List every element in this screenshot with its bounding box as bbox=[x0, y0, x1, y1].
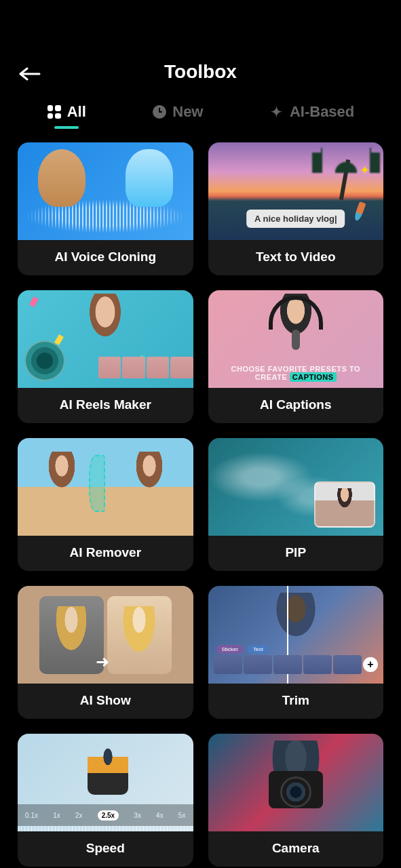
tool-label: PIP bbox=[208, 536, 384, 571]
tab-label: All bbox=[67, 103, 86, 121]
tool-card-ai-show[interactable]: ➜ AI Show bbox=[18, 586, 193, 719]
tool-card-ai-voice-cloning[interactable]: AI Voice Cloning bbox=[18, 142, 193, 275]
tool-grid: AI Voice Cloning ✦ A nice holiday vlog| … bbox=[0, 142, 401, 867]
tool-label: AI Voice Cloning bbox=[18, 240, 193, 275]
tool-card-speed[interactable]: 0.1x 1x 2x 2.5x 3x 4x 5x Speed bbox=[18, 734, 193, 867]
tool-label: Trim bbox=[208, 684, 384, 719]
tool-card-text-to-video[interactable]: ✦ A nice holiday vlog| Text to Video bbox=[208, 142, 384, 275]
tool-card-pip[interactable]: PIP bbox=[208, 438, 384, 571]
tab-label: AI-Based bbox=[290, 103, 354, 121]
tool-label: AI Reels Maker bbox=[18, 388, 193, 423]
tool-card-ai-remover[interactable]: AI Remover bbox=[18, 438, 193, 571]
tool-thumbnail: 0.1x 1x 2x 2.5x 3x 4x 5x bbox=[18, 734, 193, 831]
thumbnail-text: A nice holiday vlog| bbox=[246, 210, 345, 228]
tab-label: New bbox=[172, 103, 203, 121]
tool-label: AI Captions bbox=[208, 388, 384, 423]
back-button[interactable] bbox=[19, 66, 41, 84]
tool-card-trim[interactable]: Sticker Text + Trim bbox=[208, 586, 384, 719]
tool-thumbnail bbox=[208, 438, 384, 536]
tool-label: Text to Video bbox=[208, 240, 384, 275]
thumbnail-text: CHOOSE FAVORITE PRESETS TO CREATE CAPTIO… bbox=[231, 365, 360, 381]
tab-all[interactable]: All bbox=[47, 103, 86, 129]
page-title: Toolbox bbox=[14, 61, 387, 83]
tab-new[interactable]: New bbox=[152, 103, 203, 129]
tool-thumbnail bbox=[208, 734, 384, 831]
grid-icon bbox=[47, 104, 62, 119]
tool-label: Speed bbox=[18, 831, 193, 867]
tool-thumbnail bbox=[18, 142, 193, 240]
tool-thumbnail: ➜ bbox=[18, 586, 193, 684]
tool-thumbnail bbox=[18, 290, 193, 388]
tool-thumbnail bbox=[18, 438, 193, 536]
tab-ai-based[interactable]: ✦ AI-Based bbox=[269, 103, 354, 129]
tool-thumbnail: ✦ A nice holiday vlog| bbox=[208, 142, 384, 240]
tool-card-ai-reels-maker[interactable]: AI Reels Maker bbox=[18, 290, 193, 423]
back-arrow-icon bbox=[19, 66, 41, 81]
tool-label: Camera bbox=[208, 831, 384, 867]
tool-card-ai-captions[interactable]: CHOOSE FAVORITE PRESETS TO CREATE CAPTIO… bbox=[208, 290, 384, 423]
tool-thumbnail: Sticker Text + bbox=[208, 586, 384, 684]
tool-label: AI Remover bbox=[18, 536, 193, 571]
tool-label: AI Show bbox=[18, 684, 193, 719]
tool-thumbnail: CHOOSE FAVORITE PRESETS TO CREATE CAPTIO… bbox=[208, 290, 384, 388]
sparkle-icon: ✦ bbox=[269, 104, 284, 119]
clock-icon bbox=[152, 104, 167, 119]
tab-bar: All New ✦ AI-Based bbox=[0, 96, 401, 142]
tool-card-camera[interactable]: Camera bbox=[208, 734, 384, 867]
